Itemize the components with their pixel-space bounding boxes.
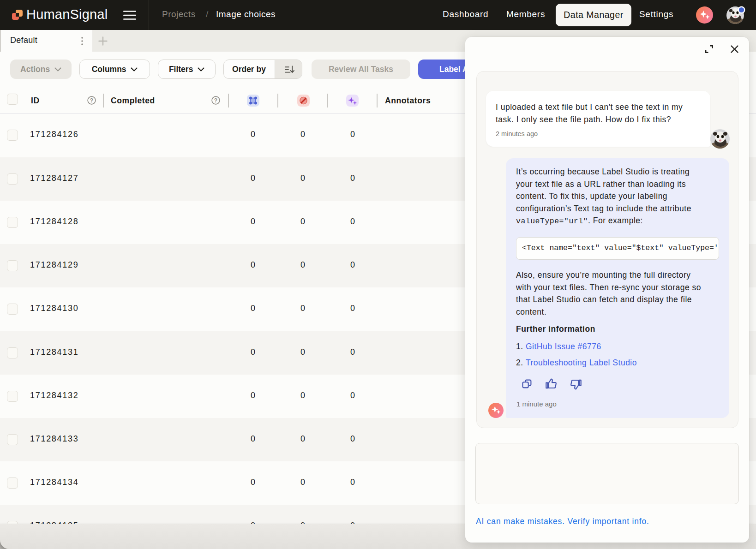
svg-text:?: ? xyxy=(90,97,93,104)
svg-text:?: ? xyxy=(214,97,217,104)
